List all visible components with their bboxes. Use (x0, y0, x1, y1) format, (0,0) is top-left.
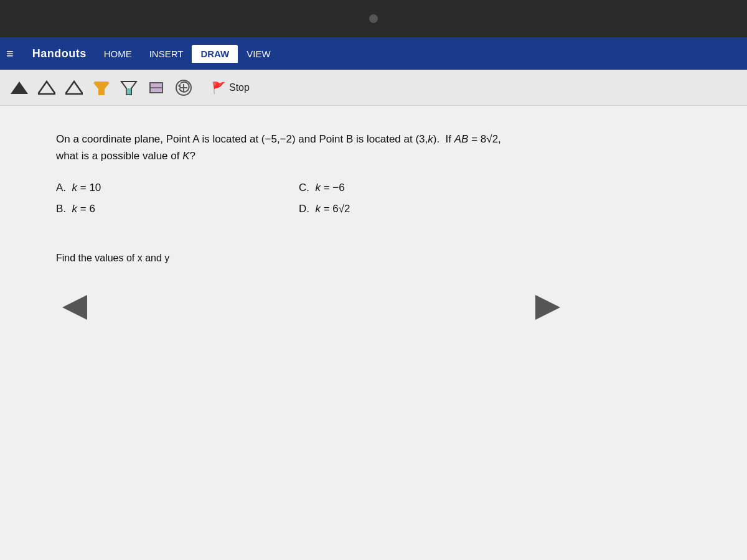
svg-marker-0 (11, 82, 28, 94)
svg-marker-14 (62, 295, 87, 320)
camera-bar (0, 0, 747, 37)
menu-item-draw[interactable]: DRAW (192, 45, 238, 63)
menu-item-view[interactable]: VIEW (238, 45, 279, 63)
answer-c: C. k = −6 (299, 182, 492, 194)
stop-button[interactable]: 🚩 Stop (212, 81, 250, 95)
tool-outline-triangle-down[interactable] (62, 76, 86, 100)
stop-icon: 🚩 (212, 81, 225, 95)
menu-item-handouts[interactable]: Handouts (24, 44, 95, 64)
tool-filled-triangle[interactable] (7, 76, 31, 100)
content-area: On a coordinate plane, Point A is locate… (0, 106, 747, 560)
toolbar: 🚩 Stop (0, 70, 747, 106)
svg-marker-15 (535, 295, 560, 320)
menu-item-insert[interactable]: INSERT (141, 45, 192, 63)
tool-rectangle[interactable] (144, 76, 168, 100)
tool-filter-color2[interactable] (117, 76, 141, 100)
tool-add-refresh[interactable] (172, 76, 195, 100)
answer-b: B. k = 6 (56, 203, 249, 215)
menu-bar: ≡ Handouts HOME INSERT DRAW VIEW (0, 37, 747, 70)
arrow-left-icon[interactable] (56, 289, 93, 329)
arrow-right-icon[interactable] (529, 289, 566, 329)
stop-label: Stop (229, 82, 250, 93)
camera-dot (369, 14, 378, 23)
svg-marker-5 (94, 82, 109, 95)
hamburger-menu[interactable]: ≡ (6, 47, 14, 61)
answers-grid: A. k = 10 C. k = −6 B. k = 6 D. k = 6√2 (56, 182, 492, 215)
answer-a: A. k = 10 (56, 182, 249, 194)
svg-rect-7 (126, 88, 131, 95)
find-values-text: Find the values of x and y (56, 253, 691, 264)
svg-marker-1 (38, 82, 55, 94)
answer-d: D. k = 6√2 (299, 203, 492, 215)
tool-outline-triangle[interactable] (35, 76, 59, 100)
tool-filter-color1[interactable] (90, 76, 113, 100)
menu-item-home[interactable]: HOME (95, 45, 141, 63)
question-text: On a coordinate plane, Point A is locate… (56, 131, 691, 164)
svg-marker-2 (65, 82, 83, 94)
